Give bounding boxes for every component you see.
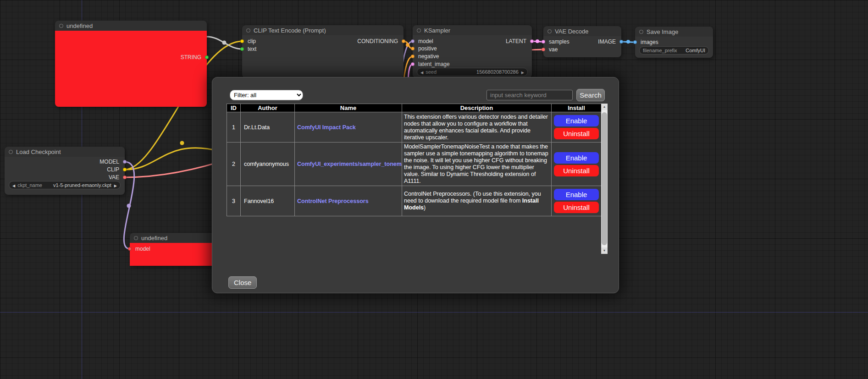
samples-input-slot[interactable]: samples [543,38,569,45]
extension-description: ControlNet Preprocessors. (To use this e… [402,186,552,216]
text-input-slot[interactable]: text [242,46,256,52]
slot-dot-icon[interactable] [240,39,244,43]
node-header[interactable]: undefined [55,21,207,31]
model-input-slot[interactable]: model [130,246,150,252]
slot-dot-icon[interactable] [123,160,127,164]
enable-button[interactable]: Enable [554,115,599,126]
canvas-axis-horizontal [0,312,868,313]
slot-dot-icon[interactable] [411,39,415,43]
collapse-dot-icon[interactable] [9,150,13,154]
collapse-dot-icon[interactable] [547,29,552,33]
model-output-slot[interactable]: MODEL [100,159,125,165]
link-midpoint-dot [222,41,227,45]
scroll-up-icon[interactable] [601,104,608,110]
filename-prefix-widget[interactable]: filename_prefix ComfyUI [640,47,708,54]
table-scrollbar[interactable] [601,104,608,254]
images-input-slot[interactable]: images [635,39,658,45]
node-load-checkpoint[interactable]: Load Checkpoint MODEL CLIP VAE ckpt_name… [5,147,125,195]
collapse-dot-icon[interactable] [246,28,250,33]
extension-link[interactable]: ComfyUI_experiments/sampler_tonemap [297,161,402,167]
slot-dot-icon[interactable] [619,40,623,44]
clip-input-slot[interactable]: clip [242,38,256,44]
slot-label: MODEL [100,159,119,165]
negative-input-slot[interactable]: negative [413,53,439,60]
node-undefined-top[interactable]: undefined STRING [55,21,207,107]
extension-id: 1 [227,112,241,143]
uninstall-button[interactable]: Uninstall [554,128,599,139]
scrollbar-thumb[interactable] [602,112,607,245]
clip-output-slot[interactable]: CLIP [107,166,125,173]
header-name: Name [295,104,402,112]
slot-dot-icon[interactable] [411,62,415,66]
collapse-dot-icon[interactable] [417,28,421,33]
uninstall-button[interactable]: Uninstall [554,165,599,176]
node-clip-text-encode[interactable]: CLIP Text Encode (Prompt) clip text COND… [242,25,404,78]
collapse-dot-icon[interactable] [134,236,138,240]
node-header[interactable]: VAE Decode [543,26,621,36]
search-button[interactable]: Search [576,89,605,101]
extension-install-cell: EnableUninstall [552,143,602,186]
slot-dot-icon[interactable] [530,39,534,43]
link-string [207,37,242,49]
vae-input-slot[interactable]: vae [543,46,558,53]
collapse-dot-icon[interactable] [59,24,63,28]
filter-select[interactable]: Filter: all [230,90,303,100]
slot-dot-icon[interactable] [542,48,545,51]
widget-arrow-left-icon[interactable] [12,182,15,188]
slot-label: LATENT [506,38,526,44]
node-save-image[interactable]: Save Image images filename_prefix ComfyU… [635,27,713,58]
description-text: This extension offers various detector n… [404,114,548,141]
extension-link[interactable]: ComfyUI Impact Pack [297,124,356,131]
latent-image-input-slot[interactable]: latent_image [413,61,450,67]
widget-arrow-left-icon[interactable] [420,69,423,75]
slot-dot-icon[interactable] [123,168,127,171]
extension-id: 2 [227,143,241,186]
model-input-slot[interactable]: model [413,38,433,44]
collapse-dot-icon[interactable] [639,30,643,34]
slot-dot-icon[interactable] [402,39,405,43]
node-graph-canvas[interactable]: undefined STRING CLIP Text Encode (Promp… [0,0,868,379]
extension-author: Dr.Lt.Data [241,112,295,143]
string-output-slot[interactable]: STRING [181,54,207,60]
enable-button[interactable]: Enable [554,152,599,164]
node-header[interactable]: CLIP Text Encode (Prompt) [242,25,404,35]
description-text: ) [424,204,426,211]
node-ksampler[interactable]: KSampler model positive negative latent_… [413,25,532,78]
vae-output-slot[interactable]: VAE [109,174,125,181]
slot-dot-icon[interactable] [542,40,545,44]
widget-label: filename_prefix [643,48,677,53]
node-vae-decode[interactable]: VAE Decode samples vae IMAGE [543,26,621,57]
extension-row: 3Fannovel16ControlNet PreprocessorsContr… [227,186,602,216]
search-input[interactable] [487,90,573,100]
slot-dot-icon[interactable] [411,47,415,50]
slot-dot-icon[interactable] [633,40,637,44]
node-header[interactable]: Save Image [635,27,713,37]
slot-label: text [248,46,256,52]
slot-dot-icon[interactable] [240,47,244,51]
enable-button[interactable]: Enable [554,189,599,200]
seed-widget[interactable]: seed 156680208700286 [417,68,527,76]
node-title: VAE Decode [555,28,588,35]
positive-input-slot[interactable]: positive [413,45,437,52]
node-header[interactable]: KSampler [413,25,532,35]
image-output-slot[interactable]: IMAGE [598,38,621,45]
slot-dot-icon[interactable] [411,55,415,58]
slot-dot-icon[interactable] [128,247,132,251]
table-header-row: ID Author Name Description Install [227,104,602,112]
latent-output-slot[interactable]: LATENT [506,38,532,44]
slot-dot-icon[interactable] [205,55,209,59]
scroll-down-icon[interactable] [601,247,608,254]
link-midpoint-dot [406,43,409,47]
slot-label: VAE [109,174,119,181]
ckpt-name-widget[interactable]: ckpt_name v1-5-pruned-emaonly.ckpt [9,181,120,189]
link-midpoint-dot [626,40,630,44]
slot-label: CONDITIONING [357,38,398,44]
widget-arrow-right-icon[interactable] [114,182,117,188]
node-header[interactable]: Load Checkpoint [5,147,125,157]
extension-link[interactable]: ControlNet Preprocessors [297,198,369,204]
conditioning-output-slot[interactable]: CONDITIONING [357,38,404,44]
uninstall-button[interactable]: Uninstall [554,202,599,213]
widget-arrow-right-icon[interactable] [521,69,524,75]
slot-dot-icon[interactable] [123,176,127,179]
close-button[interactable]: Close [228,276,257,289]
